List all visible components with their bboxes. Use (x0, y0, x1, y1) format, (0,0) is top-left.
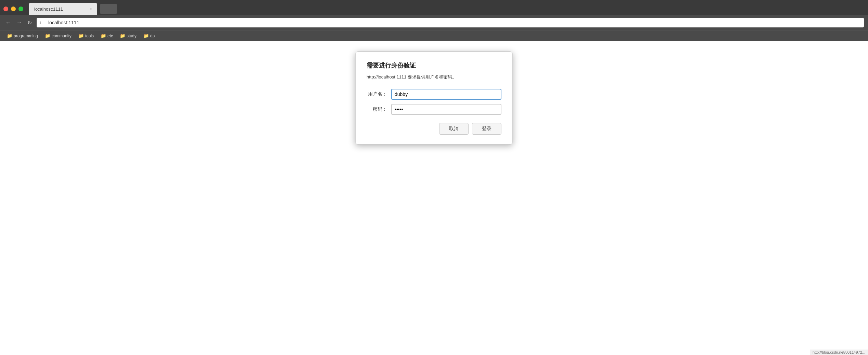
auth-dialog: 需要进行身份验证 http://localhost:1111 要求提供用户名和密… (355, 51, 513, 145)
bookmarks-bar: 📁 programming 📁 community 📁 tools 📁 etc … (0, 30, 868, 41)
bookmark-label: study (127, 34, 137, 38)
status-bar: http://blog.csdn.net/80114972... (810, 350, 868, 355)
dialog-description: http://localhost:1111 要求提供用户名和密码。 (367, 74, 501, 81)
folder-icon: 📁 (78, 33, 84, 38)
password-row: 密码： (367, 104, 501, 115)
address-input[interactable]: ℹ localhost:1111 (37, 18, 864, 27)
folder-icon: 📁 (7, 33, 12, 38)
folder-icon: 📁 (45, 33, 50, 38)
nav-buttons: ← → ↻ (4, 19, 33, 27)
address-bar: ← → ↻ ℹ localhost:1111 (0, 15, 868, 30)
address-bar-container: ℹ localhost:1111 (37, 18, 864, 27)
browser-chrome: localhost:1111 × ← → ↻ ℹ localhost:1111 … (0, 0, 868, 41)
username-label: 用户名： (367, 91, 387, 97)
tab-title: localhost:1111 (34, 7, 63, 12)
folder-icon: 📁 (143, 33, 149, 38)
folder-icon: 📁 (101, 33, 106, 38)
folder-icon: 📁 (120, 33, 125, 38)
reload-button[interactable]: ↻ (26, 19, 33, 27)
username-row: 用户名： (367, 89, 501, 100)
bookmark-programming[interactable]: 📁 programming (4, 33, 41, 39)
back-button[interactable]: ← (4, 19, 12, 26)
bookmark-label: tools (85, 34, 94, 38)
bookmark-dp[interactable]: 📁 dp (141, 33, 157, 39)
traffic-lights (3, 7, 23, 11)
username-input[interactable] (391, 89, 501, 100)
bookmark-community[interactable]: 📁 community (42, 33, 74, 39)
minimize-button[interactable] (11, 7, 16, 11)
bookmark-etc[interactable]: 📁 etc (98, 33, 116, 39)
info-icon: ℹ (39, 20, 41, 25)
bookmark-label: etc (107, 34, 113, 38)
login-button[interactable]: 登录 (472, 123, 501, 135)
password-input[interactable] (391, 104, 501, 115)
close-button[interactable] (3, 7, 8, 11)
forward-button[interactable]: → (15, 19, 23, 26)
bookmark-label: programming (14, 34, 38, 38)
dialog-title: 需要进行身份验证 (367, 61, 501, 70)
bookmark-study[interactable]: 📁 study (117, 33, 139, 39)
active-tab[interactable]: localhost:1111 × (29, 3, 97, 15)
cancel-button[interactable]: 取消 (439, 123, 469, 135)
dialog-overlay: 需要进行身份验证 http://localhost:1111 要求提供用户名和密… (0, 41, 868, 355)
tab-bar: localhost:1111 × (0, 0, 868, 15)
new-tab-area (100, 4, 117, 14)
status-url: http://blog.csdn.net/80114972... (813, 350, 865, 354)
page-content: 需要进行身份验证 http://localhost:1111 要求提供用户名和密… (0, 41, 868, 355)
bookmark-label: dp (150, 34, 155, 38)
tab-close-button[interactable]: × (90, 7, 92, 11)
password-label: 密码： (367, 106, 387, 112)
address-text: localhost:1111 (48, 20, 79, 25)
bookmark-label: community (52, 34, 72, 38)
bookmark-tools[interactable]: 📁 tools (76, 33, 97, 39)
dialog-buttons: 取消 登录 (367, 123, 501, 135)
maximize-button[interactable] (18, 7, 23, 11)
